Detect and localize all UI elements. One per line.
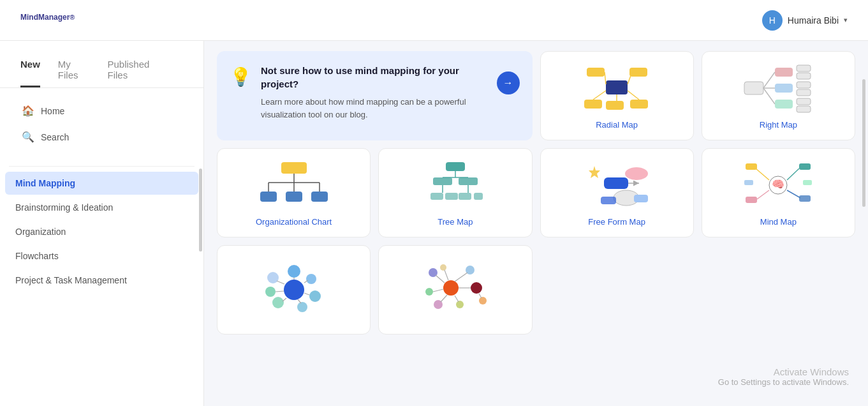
template-card-7[interactable] xyxy=(217,245,371,335)
svg-rect-33 xyxy=(446,162,465,171)
svg-rect-62 xyxy=(744,180,753,185)
svg-point-88 xyxy=(456,301,464,308)
sidebar-item-project-task[interactable]: Project & Task Management xyxy=(5,269,198,292)
promo-title: Not sure how to use mind mapping for you… xyxy=(261,64,488,91)
free-form-map-visual xyxy=(551,159,683,211)
tab-my-files[interactable]: My Files xyxy=(58,54,90,87)
chevron-down-icon: ▾ xyxy=(844,16,848,24)
svg-point-71 xyxy=(297,302,307,312)
svg-line-91 xyxy=(455,273,467,282)
sidebar-item-home[interactable]: 🏠 Home xyxy=(13,98,191,123)
template-card-free-form-map[interactable]: Free Form Map xyxy=(540,148,694,237)
sidebar-item-brainstorming[interactable]: Brainstorming & Ideation xyxy=(5,196,198,219)
svg-point-73 xyxy=(272,297,284,308)
svg-line-60 xyxy=(757,190,769,199)
svg-line-89 xyxy=(455,296,459,302)
template-card-radial-map[interactable]: Radial Map xyxy=(540,51,694,140)
svg-rect-44 xyxy=(474,193,483,200)
svg-rect-32 xyxy=(311,192,328,202)
template-card-mind-map[interactable]: 🧠 Mind Map xyxy=(702,148,855,237)
svg-line-93 xyxy=(479,294,482,298)
mind-map-label: Mind Map xyxy=(760,217,797,227)
svg-rect-61 xyxy=(746,197,757,203)
promo-arrow-button[interactable]: → xyxy=(497,71,520,94)
user-name: Humaira Bibi xyxy=(788,15,839,26)
svg-text:🧠: 🧠 xyxy=(772,178,784,190)
svg-point-47 xyxy=(625,167,648,180)
activate-windows-watermark: Activate Windows Go to Settings to activ… xyxy=(718,366,849,387)
promo-description: Learn more about how mind mapping can be… xyxy=(261,96,488,121)
svg-rect-41 xyxy=(445,193,458,200)
svg-rect-13 xyxy=(775,68,793,77)
sidebar-item-search[interactable]: 🔍 Search xyxy=(13,124,191,149)
svg-rect-23 xyxy=(797,106,811,112)
sidebar-divider xyxy=(9,166,195,167)
sidebar-item-home-label: Home xyxy=(41,106,64,116)
svg-rect-11 xyxy=(744,82,763,94)
svg-rect-15 xyxy=(797,73,811,79)
svg-point-65 xyxy=(288,265,300,278)
svg-rect-18 xyxy=(797,82,811,88)
svg-line-12 xyxy=(763,72,775,88)
template-card-org-chart[interactable]: Organizational Chart xyxy=(217,148,371,237)
svg-point-79 xyxy=(443,280,459,296)
app-logo: MindManager® xyxy=(20,13,75,28)
svg-line-58 xyxy=(787,190,800,198)
home-icon: 🏠 xyxy=(22,105,34,117)
tree-map-label: Tree Map xyxy=(438,217,473,227)
svg-line-74 xyxy=(283,298,286,301)
org-chart-visual xyxy=(228,159,360,211)
svg-point-67 xyxy=(306,274,316,284)
svg-point-75 xyxy=(265,287,276,297)
sidebar-scrollbar xyxy=(199,169,202,252)
svg-line-10 xyxy=(628,91,639,100)
template-card-8[interactable] xyxy=(378,245,532,335)
svg-point-64 xyxy=(284,280,304,300)
svg-line-83 xyxy=(436,275,445,283)
svg-line-78 xyxy=(277,281,284,284)
cards-grid: 💡 Not sure how to use mind mapping for y… xyxy=(217,51,855,335)
sidebar-categories: Mind Mapping Brainstorming & Ideation Or… xyxy=(0,172,203,292)
promo-text: Not sure how to use mind mapping for you… xyxy=(261,64,488,121)
svg-line-87 xyxy=(441,295,447,302)
svg-rect-57 xyxy=(799,163,811,170)
svg-rect-14 xyxy=(797,65,811,71)
svg-rect-1 xyxy=(587,68,605,77)
template-card-right-map[interactable]: Right Map xyxy=(702,51,855,140)
lightbulb-icon: 💡 xyxy=(230,66,252,87)
org-chart-label: Organizational Chart xyxy=(256,217,332,227)
svg-rect-28 xyxy=(260,192,277,202)
tab-published-files[interactable]: Published Files xyxy=(108,54,165,87)
template-card-tree-map[interactable]: Tree Map xyxy=(378,148,532,237)
sidebar-item-organization[interactable]: Organization xyxy=(5,220,198,243)
svg-rect-30 xyxy=(286,192,302,202)
svg-rect-7 xyxy=(606,101,624,110)
avatar: H xyxy=(762,10,783,31)
sidebar-item-flowcharts[interactable]: Flowcharts xyxy=(5,244,198,267)
svg-rect-40 xyxy=(430,193,443,200)
svg-point-92 xyxy=(479,297,487,304)
svg-point-77 xyxy=(267,272,279,283)
svg-rect-3 xyxy=(629,68,647,77)
radial-map-visual xyxy=(551,62,683,114)
svg-line-6 xyxy=(593,91,606,100)
sidebar: New My Files Published Files 🏠 Home 🔍 Se… xyxy=(0,41,204,406)
svg-rect-51 xyxy=(634,195,648,202)
svg-rect-19 xyxy=(797,89,811,96)
template-7-visual xyxy=(228,256,360,317)
svg-rect-50 xyxy=(601,197,616,204)
svg-line-2 xyxy=(605,72,606,84)
promo-card: 💡 Not sure how to use mind mapping for y… xyxy=(217,51,533,140)
right-map-label: Right Map xyxy=(760,120,797,130)
search-icon: 🔍 xyxy=(22,131,34,143)
user-menu[interactable]: H Humaira Bibi ▾ xyxy=(762,10,848,31)
svg-rect-63 xyxy=(803,180,812,185)
svg-line-72 xyxy=(298,299,301,303)
right-map-visual xyxy=(712,62,844,114)
svg-rect-43 xyxy=(459,193,471,200)
tab-bar: New My Files Published Files xyxy=(0,41,203,88)
tab-new[interactable]: New xyxy=(20,54,40,87)
svg-marker-45 xyxy=(589,166,600,178)
content-area: 💡 Not sure how to use mind mapping for y… xyxy=(204,41,868,406)
sidebar-item-mind-mapping[interactable]: Mind Mapping xyxy=(5,172,198,195)
